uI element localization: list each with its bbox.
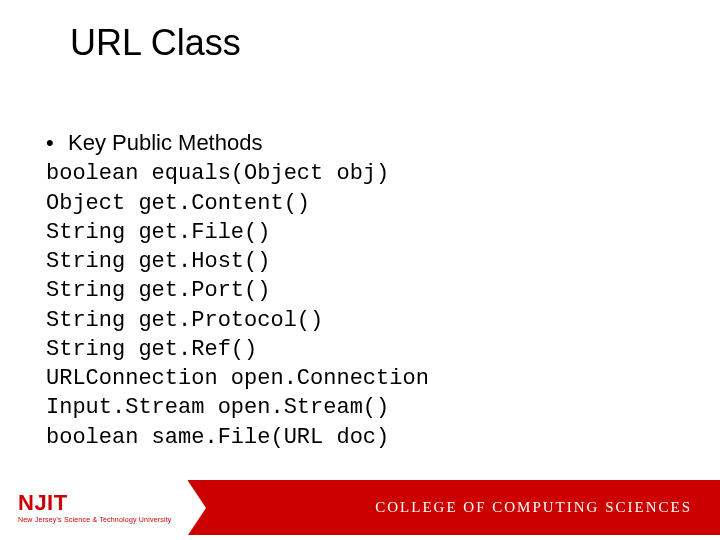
code-line: Input.Stream open.Stream(): [46, 393, 680, 422]
logo-main: NJIT: [18, 492, 172, 514]
code-line: String get.Host(): [46, 247, 680, 276]
code-line: boolean equals(Object obj): [46, 159, 680, 188]
logo-sub: New Jersey's Science & Technology Univer…: [18, 516, 172, 524]
njit-logo: NJIT New Jersey's Science & Technology U…: [0, 480, 188, 535]
bullet-label: Key Public Methods: [68, 130, 262, 155]
slide: URL Class •Key Public Methods boolean eq…: [0, 0, 720, 540]
footer-bar: NJIT New Jersey's Science & Technology U…: [0, 480, 720, 535]
bullet-icon: •: [46, 128, 68, 157]
slide-body: •Key Public Methods boolean equals(Objec…: [46, 128, 680, 452]
college-name: COLLEGE OF COMPUTING SCIENCES: [375, 499, 692, 516]
code-line: URLConnection open.Connection: [46, 364, 680, 393]
code-line: Object get.Content(): [46, 189, 680, 218]
triangle-divider-icon: [188, 481, 206, 535]
code-line: String get.Protocol(): [46, 306, 680, 335]
code-line: String get.File(): [46, 218, 680, 247]
slide-title: URL Class: [70, 22, 241, 64]
code-line: boolean same.File(URL doc): [46, 423, 680, 452]
bullet-item: •Key Public Methods: [46, 128, 680, 157]
code-line: String get.Port(): [46, 276, 680, 305]
code-line: String get.Ref(): [46, 335, 680, 364]
